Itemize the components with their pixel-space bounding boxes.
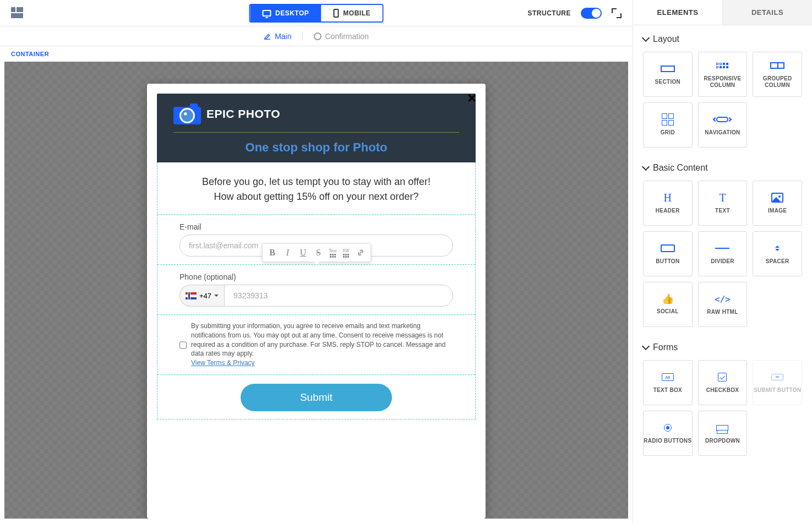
text-toolbar: B I U S Text Fill — [262, 243, 371, 262]
basic-content-header[interactable]: Basic Content — [643, 163, 802, 173]
structure-toggle[interactable] — [581, 8, 602, 19]
confirmation-label: Confirmation — [325, 32, 368, 41]
element-responsive-column[interactable]: RESPONSIVE COLUMN — [698, 52, 748, 97]
element-raw-html[interactable]: </>RAW HTML — [698, 282, 748, 327]
check-icon — [314, 32, 321, 40]
chevron-down-icon — [214, 295, 219, 299]
country-selector[interactable]: +47 — [179, 285, 224, 307]
element-social[interactable]: 👍SOCIAL — [643, 282, 693, 327]
mobile-button[interactable]: MOBILE — [321, 5, 383, 21]
edit-icon — [264, 32, 271, 40]
element-header[interactable]: HHEADER — [643, 181, 693, 226]
layout-icon[interactable] — [11, 7, 23, 19]
element-button[interactable]: BUTTON — [643, 231, 693, 276]
section-forms: Forms ABTEXT BOX CHECKBOX SUBMIT BUTTON … — [643, 342, 802, 456]
desktop-label: DESKTOP — [275, 9, 309, 17]
popup-header: EPIC PHOTO One stop shop for Photo — [157, 94, 476, 162]
camera-icon — [173, 103, 201, 124]
flag-icon — [186, 292, 197, 299]
brand-text: EPIC PHOTO — [206, 107, 280, 121]
element-text[interactable]: TTEXT — [698, 181, 748, 226]
phone-label: Phone (optional) — [179, 273, 453, 281]
element-dropdown[interactable]: DROPDOWN — [698, 411, 748, 456]
device-toggle: DESKTOP MOBILE — [249, 4, 384, 23]
popup-body: Before you go, let us tempt you to stay … — [157, 162, 476, 420]
phone-input[interactable] — [224, 285, 453, 307]
tab-confirmation[interactable]: Confirmation — [314, 32, 368, 41]
tab-details[interactable]: DETAILS — [722, 0, 812, 25]
sub-divider — [302, 32, 303, 41]
strikethrough-button[interactable]: S — [311, 246, 326, 259]
top-bar: DESKTOP MOBILE STRUCTURE — [0, 0, 633, 26]
expand-icon[interactable] — [612, 8, 622, 18]
brand: EPIC PHOTO — [173, 103, 459, 133]
element-radio-buttons[interactable]: RADIO BUTTONS — [643, 411, 693, 456]
submit-button[interactable]: Submit — [241, 384, 392, 411]
consent-checkbox[interactable] — [179, 323, 187, 368]
right-panel: ELEMENTS DETAILS Layout SECTION RESPONSI… — [633, 0, 812, 523]
close-icon[interactable]: ✕ — [467, 91, 477, 106]
bold-button[interactable]: B — [265, 246, 280, 259]
submit-section: Submit — [157, 375, 475, 419]
tagline: One stop shop for Photo — [173, 133, 459, 155]
section-layout: Layout SECTION RESPONSIVE COLUMN GROUPED… — [643, 34, 802, 148]
email-label: E-mail — [179, 222, 453, 231]
desktop-icon — [262, 10, 271, 17]
container-label[interactable]: CONTAINER — [0, 46, 633, 62]
tab-elements[interactable]: ELEMENTS — [633, 0, 722, 25]
main-label: Main — [275, 32, 291, 41]
layout-header[interactable]: Layout — [643, 34, 802, 44]
consent-section: By submitting your information, you agre… — [157, 315, 475, 375]
link-button[interactable] — [353, 246, 368, 259]
phone-section: Phone (optional) +47 — [157, 265, 475, 315]
element-checkbox[interactable]: CHECKBOX — [698, 360, 748, 405]
chevron-down-icon — [642, 163, 650, 171]
italic-button[interactable]: I — [280, 246, 296, 259]
element-section[interactable]: SECTION — [643, 52, 693, 97]
fill-color-button[interactable]: Fill — [340, 246, 353, 259]
offer-line2: How about getting 15% off on your next o… — [179, 189, 453, 204]
element-grid[interactable]: GRID — [643, 102, 693, 148]
country-code: +47 — [199, 292, 211, 300]
mobile-icon — [333, 9, 339, 18]
element-text-box[interactable]: ABTEXT BOX — [643, 360, 693, 405]
panel-tabs: ELEMENTS DETAILS — [633, 0, 812, 25]
underline-button[interactable]: U — [296, 246, 311, 259]
offer-text[interactable]: Before you go, let us tempt you to stay … — [157, 162, 475, 215]
element-navigation[interactable]: NAVIGATION — [698, 102, 748, 148]
element-spacer[interactable]: SPACER — [753, 231, 802, 276]
section-basic-content: Basic Content HHEADER TTEXT IMAGE BUTTON… — [643, 163, 802, 327]
consent-text: By submitting your information, you agre… — [191, 322, 445, 357]
element-submit-button: SUBMIT BUTTON — [753, 360, 802, 405]
popup: ✕ EPIC PHOTO One stop shop for Photo B I… — [147, 84, 486, 519]
desktop-button[interactable]: DESKTOP — [250, 5, 321, 21]
sub-bar: Main Confirmation — [0, 26, 633, 46]
structure-label: STRUCTURE — [528, 9, 571, 17]
terms-link[interactable]: View Terms & Privacy — [191, 359, 255, 367]
offer-line1: Before you go, let us tempt you to stay … — [179, 175, 453, 189]
forms-header[interactable]: Forms — [643, 342, 802, 352]
tab-main[interactable]: Main — [264, 32, 291, 41]
element-image[interactable]: IMAGE — [753, 181, 802, 226]
element-grouped-column[interactable]: GROUPED COLUMN — [753, 52, 802, 97]
chevron-down-icon — [642, 34, 650, 42]
chevron-down-icon — [642, 342, 650, 350]
element-divider[interactable]: DIVIDER — [698, 231, 748, 276]
text-color-button[interactable]: Text — [326, 246, 340, 259]
mobile-label: MOBILE — [343, 9, 370, 17]
canvas[interactable]: ✕ EPIC PHOTO One stop shop for Photo B I… — [4, 62, 628, 519]
panel-content: Layout SECTION RESPONSIVE COLUMN GROUPED… — [633, 25, 812, 523]
